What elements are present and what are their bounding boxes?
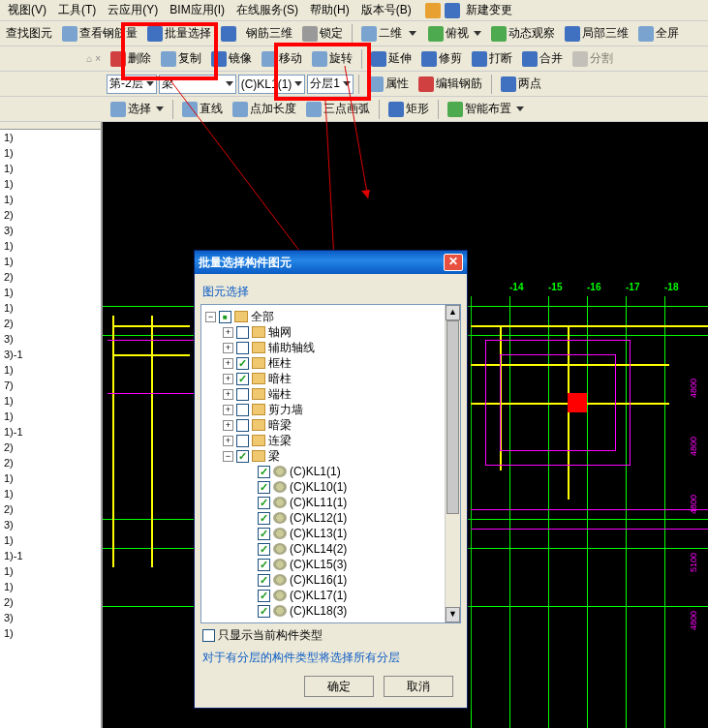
expand-toggle[interactable]: + bbox=[223, 327, 233, 338]
list-item[interactable]: 1) bbox=[0, 145, 101, 161]
find-element-button[interactable]: 查找图元 bbox=[2, 23, 56, 44]
break-button[interactable]: 打断 bbox=[468, 48, 516, 69]
copy-button[interactable]: 复制 bbox=[157, 48, 205, 69]
menu-bim[interactable]: BIM应用(I) bbox=[164, 0, 231, 20]
delete-button[interactable]: 删除 bbox=[107, 48, 155, 69]
tree-checkbox[interactable] bbox=[236, 373, 249, 385]
layer-combo[interactable]: 分层1 bbox=[307, 75, 354, 94]
expand-toggle[interactable]: + bbox=[223, 343, 233, 353]
member-list-panel[interactable]: 1)1)1)1)1)2)3)1)1)2)1)1)2)3)3)-11)7)1)1)… bbox=[0, 122, 103, 728]
local-3d-button[interactable]: 局部三维 bbox=[561, 23, 632, 44]
menu-online[interactable]: 在线服务(S) bbox=[231, 0, 304, 20]
tree-checkbox[interactable] bbox=[258, 528, 270, 540]
menu-tools[interactable]: 工具(T) bbox=[52, 0, 102, 20]
ok-button[interactable]: 确定 bbox=[304, 676, 374, 697]
tree-checkbox[interactable] bbox=[236, 419, 249, 432]
list-item[interactable]: 3) bbox=[0, 610, 101, 625]
floor-combo[interactable]: 第-2层 bbox=[107, 75, 157, 94]
tree-checkbox[interactable] bbox=[236, 388, 249, 401]
list-item[interactable]: 1) bbox=[0, 362, 101, 378]
tree-checkbox[interactable] bbox=[258, 512, 270, 525]
list-item[interactable]: 3) bbox=[0, 517, 101, 532]
list-item[interactable]: 1) bbox=[0, 285, 101, 300]
list-item[interactable]: 2) bbox=[0, 316, 101, 331]
only-current-checkbox[interactable] bbox=[202, 629, 215, 642]
list-item[interactable]: 7) bbox=[0, 378, 101, 393]
check-beam[interactable] bbox=[236, 450, 249, 463]
tree-scrollbar[interactable]: ▲ ▼ bbox=[445, 305, 460, 622]
list-item[interactable]: 2) bbox=[0, 501, 101, 517]
view-side-button[interactable]: 俯视 bbox=[424, 23, 485, 44]
move-button[interactable]: 移动 bbox=[258, 48, 306, 69]
expand-toggle[interactable]: + bbox=[223, 374, 233, 384]
list-item[interactable]: 1)-1 bbox=[0, 548, 101, 563]
menu-newchange[interactable]: 新建变更 bbox=[460, 0, 518, 20]
lock-button[interactable]: 锁定 bbox=[298, 23, 347, 44]
tree-checkbox[interactable] bbox=[236, 326, 249, 339]
tree-checkbox[interactable] bbox=[258, 574, 270, 587]
list-item[interactable]: 2) bbox=[0, 207, 101, 223]
hardhat-icon[interactable] bbox=[425, 3, 441, 18]
tree-checkbox[interactable] bbox=[258, 497, 270, 509]
trim-button[interactable]: 修剪 bbox=[417, 48, 466, 69]
list-item[interactable]: 1) bbox=[0, 563, 101, 579]
list-item[interactable]: 2) bbox=[0, 594, 101, 610]
mirror-button[interactable]: 镜像 bbox=[207, 48, 256, 69]
list-item[interactable]: 3)-1 bbox=[0, 347, 101, 362]
list-item[interactable]: 3) bbox=[0, 331, 101, 347]
batch-select-button[interactable]: 批量选择 bbox=[143, 23, 215, 44]
dialog-titlebar[interactable]: 批量选择构件图元 ✕ bbox=[195, 251, 467, 274]
arc3-button[interactable]: 三点画弧 bbox=[302, 99, 374, 119]
list-item[interactable]: 1) bbox=[0, 579, 101, 594]
list-item[interactable]: 1) bbox=[0, 470, 101, 486]
member-combo[interactable]: (C)KL1(1) bbox=[238, 75, 306, 94]
menu-help[interactable]: 帮助(H) bbox=[304, 0, 355, 20]
scroll-up-icon[interactable]: ▲ bbox=[446, 305, 460, 320]
twopoint-button[interactable]: 两点 bbox=[497, 74, 545, 94]
list-item[interactable]: 2) bbox=[0, 455, 101, 470]
menu-cloud[interactable]: 云应用(Y) bbox=[102, 0, 164, 20]
tree-checkbox[interactable] bbox=[236, 435, 249, 447]
tree-checkbox[interactable] bbox=[258, 466, 270, 478]
list-item[interactable]: 1) bbox=[0, 161, 101, 176]
expand-toggle[interactable]: + bbox=[223, 389, 233, 400]
list-item[interactable]: 1) bbox=[0, 409, 101, 424]
line-button[interactable]: 直线 bbox=[178, 99, 227, 119]
list-item[interactable]: 1) bbox=[0, 532, 101, 548]
dialog-close-button[interactable]: ✕ bbox=[444, 254, 463, 271]
smart-button[interactable]: 智能布置 bbox=[444, 99, 528, 119]
list-item[interactable]: 2) bbox=[0, 269, 101, 285]
tree-checkbox[interactable] bbox=[258, 481, 270, 494]
expand-toggle[interactable]: + bbox=[223, 358, 233, 369]
scroll-down-icon[interactable]: ▼ bbox=[446, 607, 460, 622]
check-all[interactable] bbox=[219, 311, 231, 323]
list-item[interactable]: 2) bbox=[0, 440, 101, 455]
element-tree[interactable]: − 全部 +轴网+辅助轴线+框柱+暗柱+端柱+剪力墙+暗梁+连梁 − 梁 (C)… bbox=[200, 304, 461, 623]
expand-toggle[interactable]: − bbox=[205, 312, 216, 322]
expand-toggle[interactable]: + bbox=[223, 405, 233, 415]
menu-view[interactable]: 视图(V) bbox=[2, 0, 52, 20]
list-item[interactable]: 1) bbox=[0, 238, 101, 254]
list-item[interactable]: 1)-1 bbox=[0, 424, 101, 440]
tree-checkbox[interactable] bbox=[258, 590, 270, 602]
view-rebar-button[interactable]: 查看钢筋量 bbox=[58, 23, 141, 44]
list-item[interactable]: 1) bbox=[0, 130, 101, 145]
list-item[interactable]: 1) bbox=[0, 625, 101, 641]
rotate-button[interactable]: 旋转 bbox=[308, 48, 356, 69]
newchange-icon[interactable] bbox=[445, 3, 460, 18]
tree-checkbox[interactable] bbox=[236, 404, 249, 416]
cancel-button[interactable]: 取消 bbox=[384, 676, 453, 697]
scroll-thumb[interactable] bbox=[446, 320, 459, 514]
list-item[interactable]: 1) bbox=[0, 254, 101, 269]
grid-toggle-button[interactable] bbox=[217, 24, 240, 44]
list-item[interactable]: 3) bbox=[0, 223, 101, 238]
tree-checkbox[interactable] bbox=[236, 357, 249, 370]
arc-button[interactable]: 点加长度 bbox=[229, 99, 300, 119]
list-item[interactable]: 1) bbox=[0, 192, 101, 207]
fullscreen-button[interactable]: 全屏 bbox=[634, 23, 683, 44]
menu-version[interactable]: 版本号(B) bbox=[355, 0, 417, 20]
tree-checkbox[interactable] bbox=[236, 342, 249, 354]
expand-toggle[interactable]: + bbox=[223, 436, 233, 446]
list-item[interactable]: 1) bbox=[0, 486, 101, 501]
expand-toggle[interactable]: + bbox=[223, 420, 233, 431]
